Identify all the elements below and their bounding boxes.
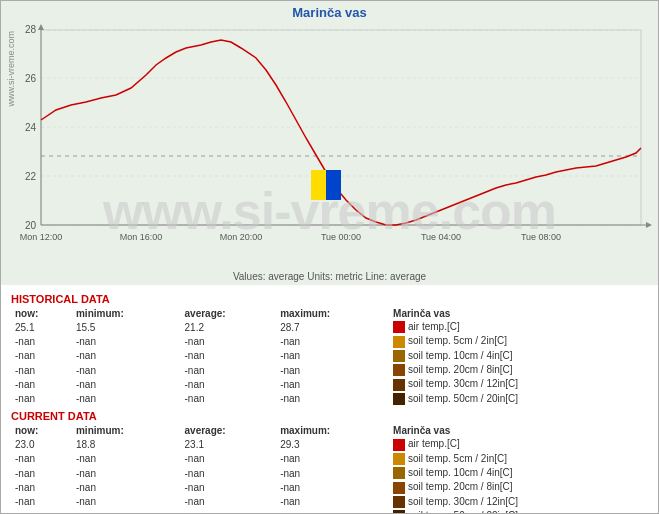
current-table: now: minimum: average: maximum: Marinča …: [11, 424, 648, 513]
hist-col-max: maximum:: [276, 307, 389, 320]
table-row: -nan -nan -nan -nan soil temp. 50cm / 20…: [11, 509, 648, 513]
curr-now-4: -nan: [11, 495, 72, 509]
table-row: -nan -nan -nan -nan soil temp. 10cm / 4i…: [11, 349, 648, 363]
current-header-row: now: minimum: average: maximum: Marinča …: [11, 424, 648, 437]
curr-avg-3: -nan: [181, 480, 277, 494]
svg-text:28: 28: [25, 24, 37, 35]
curr-avg-0: 23.1: [181, 437, 277, 451]
hist-label-5: soil temp. 50cm / 20in[C]: [389, 392, 648, 406]
curr-color-3: [393, 482, 405, 494]
hist-min-1: -nan: [72, 334, 181, 348]
hist-label-4: soil temp. 30cm / 12in[C]: [389, 377, 648, 391]
svg-rect-23: [326, 170, 341, 200]
svg-text:Mon 12:00: Mon 12:00: [20, 232, 63, 242]
hist-col-min: minimum:: [72, 307, 181, 320]
hist-min-3: -nan: [72, 363, 181, 377]
curr-label-3: soil temp. 20cm / 8in[C]: [389, 480, 648, 494]
svg-text:20: 20: [25, 220, 37, 231]
hist-now-2: -nan: [11, 349, 72, 363]
table-row: 23.0 18.8 23.1 29.3 air temp.[C]: [11, 437, 648, 451]
curr-col-label: Marinča vas: [389, 424, 648, 437]
curr-label-2: soil temp. 10cm / 4in[C]: [389, 466, 648, 480]
curr-now-2: -nan: [11, 466, 72, 480]
hist-max-3: -nan: [276, 363, 389, 377]
hist-col-now: now:: [11, 307, 72, 320]
hist-avg-1: -nan: [181, 334, 277, 348]
chart-svg: 28 26 24 22 20 Mon 12:00 Mon 16:00 Mon 2…: [1, 20, 659, 265]
hist-color-0: [393, 321, 405, 333]
hist-now-4: -nan: [11, 377, 72, 391]
curr-label-4: soil temp. 30cm / 12in[C]: [389, 495, 648, 509]
curr-max-1: -nan: [276, 452, 389, 466]
curr-max-5: -nan: [276, 509, 389, 513]
svg-text:Mon 20:00: Mon 20:00: [220, 232, 263, 242]
table-row: 25.1 15.5 21.2 28.7 air temp.[C]: [11, 320, 648, 334]
svg-marker-20: [646, 222, 652, 228]
curr-color-5: [393, 510, 405, 513]
hist-max-1: -nan: [276, 334, 389, 348]
hist-min-5: -nan: [72, 392, 181, 406]
curr-max-0: 29.3: [276, 437, 389, 451]
table-row: -nan -nan -nan -nan soil temp. 50cm / 20…: [11, 392, 648, 406]
historical-tbody: 25.1 15.5 21.2 28.7 air temp.[C] -nan -n…: [11, 320, 648, 406]
curr-col-now: now:: [11, 424, 72, 437]
hist-min-4: -nan: [72, 377, 181, 391]
curr-color-0: [393, 439, 405, 451]
hist-avg-2: -nan: [181, 349, 277, 363]
historical-table: now: minimum: average: maximum: Marinča …: [11, 307, 648, 406]
hist-color-2: [393, 350, 405, 362]
hist-now-3: -nan: [11, 363, 72, 377]
curr-avg-4: -nan: [181, 495, 277, 509]
curr-col-min: minimum:: [72, 424, 181, 437]
svg-text:22: 22: [25, 171, 37, 182]
table-row: -nan -nan -nan -nan soil temp. 20cm / 8i…: [11, 363, 648, 377]
hist-now-0: 25.1: [11, 320, 72, 334]
hist-label-1: soil temp. 5cm / 2in[C]: [389, 334, 648, 348]
curr-min-3: -nan: [72, 480, 181, 494]
hist-min-0: 15.5: [72, 320, 181, 334]
hist-avg-4: -nan: [181, 377, 277, 391]
svg-text:26: 26: [25, 73, 37, 84]
hist-max-0: 28.7: [276, 320, 389, 334]
hist-color-3: [393, 364, 405, 376]
hist-label-0: air temp.[C]: [389, 320, 648, 334]
chart-subtitle: Values: average Units: metric Line: aver…: [1, 271, 658, 285]
hist-now-1: -nan: [11, 334, 72, 348]
hist-color-1: [393, 336, 405, 348]
hist-max-4: -nan: [276, 377, 389, 391]
curr-avg-1: -nan: [181, 452, 277, 466]
curr-label-1: soil temp. 5cm / 2in[C]: [389, 452, 648, 466]
historical-header-row: now: minimum: average: maximum: Marinča …: [11, 307, 648, 320]
curr-col-avg: average:: [181, 424, 277, 437]
hist-label-3: soil temp. 20cm / 8in[C]: [389, 363, 648, 377]
svg-text:Tue 00:00: Tue 00:00: [321, 232, 361, 242]
current-title: CURRENT DATA: [11, 410, 648, 422]
svg-text:Tue 08:00: Tue 08:00: [521, 232, 561, 242]
curr-min-5: -nan: [72, 509, 181, 513]
table-row: -nan -nan -nan -nan soil temp. 30cm / 12…: [11, 377, 648, 391]
current-tbody: 23.0 18.8 23.1 29.3 air temp.[C] -nan -n…: [11, 437, 648, 513]
curr-avg-5: -nan: [181, 509, 277, 513]
curr-now-5: -nan: [11, 509, 72, 513]
hist-col-avg: average:: [181, 307, 277, 320]
curr-now-0: 23.0: [11, 437, 72, 451]
curr-now-1: -nan: [11, 452, 72, 466]
table-row: -nan -nan -nan -nan soil temp. 5cm / 2in…: [11, 452, 648, 466]
hist-min-2: -nan: [72, 349, 181, 363]
curr-max-4: -nan: [276, 495, 389, 509]
curr-color-4: [393, 496, 405, 508]
historical-title: HISTORICAL DATA: [11, 293, 648, 305]
logo-badge: www.si-vreme.com: [6, 31, 16, 107]
curr-min-4: -nan: [72, 495, 181, 509]
svg-text:Tue 04:00: Tue 04:00: [421, 232, 461, 242]
hist-label-2: soil temp. 10cm / 4in[C]: [389, 349, 648, 363]
curr-min-1: -nan: [72, 452, 181, 466]
hist-now-5: -nan: [11, 392, 72, 406]
curr-label-0: air temp.[C]: [389, 437, 648, 451]
hist-color-4: [393, 379, 405, 391]
table-row: -nan -nan -nan -nan soil temp. 30cm / 12…: [11, 495, 648, 509]
hist-avg-3: -nan: [181, 363, 277, 377]
hist-avg-5: -nan: [181, 392, 277, 406]
hist-max-5: -nan: [276, 392, 389, 406]
curr-color-2: [393, 467, 405, 479]
